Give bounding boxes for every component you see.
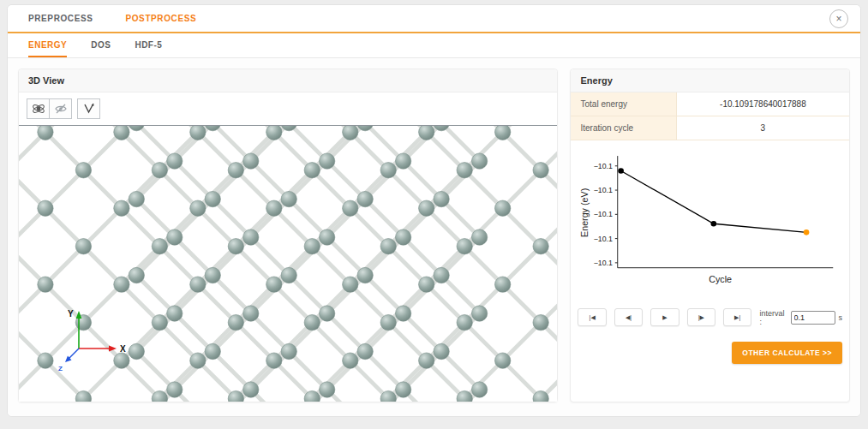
viewer-panel-title: 3D View <box>19 69 557 92</box>
tab-energy[interactable]: ENERGY <box>28 33 67 57</box>
svg-text:Cycle: Cycle <box>709 274 733 284</box>
playback-controls: |◀ ◀| ▶ |▶ ▶| interval : s <box>571 300 849 331</box>
iteration-cycle-value: 3 <box>677 116 849 140</box>
svg-text:Energy (eV): Energy (eV) <box>579 188 590 237</box>
svg-text:−10.1: −10.1 <box>594 162 613 170</box>
viewer-toolbar <box>19 92 557 126</box>
app-window: PREPROCESS POSTPROCESS × ENERGY DOS HDF-… <box>7 4 861 417</box>
table-row-total-energy: Total energy -10.109178640017888 <box>571 92 849 116</box>
axis-x-label: X <box>120 344 126 354</box>
total-energy-label: Total energy <box>571 92 676 116</box>
play-button[interactable]: ▶ <box>650 308 679 326</box>
svg-text:−10.1: −10.1 <box>594 186 613 194</box>
interval-input[interactable] <box>791 311 835 325</box>
energy-chart: −10.1−10.1−10.1−10.1−10.1Energy (eV)Cycl… <box>576 151 841 300</box>
svg-text:−10.1: −10.1 <box>594 259 613 267</box>
main-content: 3D View <box>8 58 860 416</box>
other-calculate-button[interactable]: OTHER CALCULATE >> <box>732 342 842 364</box>
sub-tab-bar: ENERGY DOS HDF-5 <box>8 33 860 58</box>
tab-postprocess[interactable]: POSTPROCESS <box>125 14 196 23</box>
last-frame-button[interactable]: ▶| <box>723 308 751 326</box>
tab-dos[interactable]: DOS <box>91 33 111 57</box>
axis-z-label: Z <box>58 365 63 372</box>
atom-icon <box>32 102 45 116</box>
svg-text:−10.1: −10.1 <box>594 235 613 243</box>
toggle-visibility-button[interactable] <box>49 98 72 119</box>
tab-preprocess[interactable]: PREPROCESS <box>28 14 93 23</box>
vectors-icon <box>82 102 96 116</box>
axis-y-label: Y <box>68 309 74 319</box>
interval-group: interval : s <box>759 309 842 326</box>
table-row-iteration-cycle: Iteration cycle 3 <box>571 116 849 140</box>
energy-panel-title: Energy <box>571 69 849 92</box>
interval-unit: s <box>839 313 843 322</box>
total-energy-value: -10.109178640017888 <box>677 92 849 116</box>
energy-chart-container: −10.1−10.1−10.1−10.1−10.1Energy (eV)Cycl… <box>571 140 849 300</box>
energy-panel: Energy Total energy -10.109178640017888 … <box>570 69 850 402</box>
close-button[interactable]: × <box>829 9 848 28</box>
step-back-button[interactable]: ◀| <box>614 308 643 326</box>
eye-off-icon <box>54 102 68 116</box>
viewer-panel: 3D View <box>18 69 558 402</box>
iteration-cycle-label: Iteration cycle <box>571 116 676 140</box>
close-icon: × <box>835 13 841 25</box>
atom-view-button[interactable] <box>27 98 50 119</box>
first-frame-button[interactable]: |◀ <box>578 308 606 326</box>
step-forward-button[interactable]: |▶ <box>687 308 715 326</box>
interval-label: interval : <box>759 309 787 326</box>
tab-hdf5[interactable]: HDF-5 <box>135 33 162 57</box>
calc-row: OTHER CALCULATE >> <box>571 331 849 374</box>
3d-viewport[interactable]: Y X Z <box>19 126 557 402</box>
main-tab-bar: PREPROCESS POSTPROCESS × <box>8 5 860 33</box>
svg-text:−10.1: −10.1 <box>594 210 613 218</box>
axis-triad: Y X Z <box>57 302 135 376</box>
vectors-button[interactable] <box>77 98 100 119</box>
